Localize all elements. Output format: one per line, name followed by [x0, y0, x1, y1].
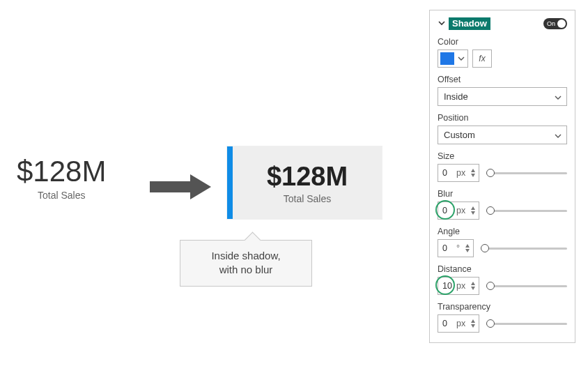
angle-value: 0	[442, 243, 452, 253]
spinner-down-icon[interactable]	[470, 286, 476, 291]
color-picker[interactable]	[438, 50, 468, 68]
card-before: $128M Total Sales	[17, 155, 106, 201]
transparency-value: 0	[442, 319, 452, 328]
shadow-toggle[interactable]: On	[543, 18, 567, 29]
distance-slider[interactable]	[486, 280, 567, 291]
svg-marker-3	[471, 169, 475, 172]
chevron-down-icon	[554, 93, 562, 102]
blur-unit: px	[456, 206, 465, 215]
position-label: Position	[438, 113, 567, 123]
canvas-area: $128M Total Sales $128M Total Sales Insi…	[0, 0, 425, 380]
transparency-input[interactable]: 0 px	[438, 314, 479, 333]
position-dropdown[interactable]: Custom	[438, 126, 567, 144]
chevron-down-icon[interactable]	[438, 19, 446, 29]
spinner-up-icon[interactable]	[470, 319, 476, 324]
svg-marker-4	[471, 174, 475, 177]
svg-marker-5	[471, 206, 475, 210]
size-label: Size	[438, 151, 567, 161]
card-after-label: Total Sales	[284, 193, 331, 204]
spinner-down-icon[interactable]	[465, 248, 470, 253]
size-unit: px	[456, 168, 465, 178]
svg-marker-6	[471, 211, 475, 215]
shadow-properties-pane: Shadow On Color fx Offset Inside Positio…	[429, 10, 575, 343]
spinner-down-icon[interactable]	[470, 324, 476, 328]
svg-marker-12	[471, 324, 475, 328]
blur-label: Blur	[438, 189, 567, 199]
highlight-circle-icon	[435, 200, 455, 220]
chevron-down-icon	[457, 54, 465, 63]
transparency-label: Transparency	[438, 302, 567, 312]
distance-input[interactable]: 10 px	[438, 277, 479, 295]
angle-unit: °	[456, 243, 460, 253]
position-value: Custom	[444, 130, 475, 140]
svg-marker-7	[465, 244, 470, 248]
toggle-label: On	[547, 20, 555, 27]
tooltip-line2: with no blur	[219, 264, 273, 275]
offset-value: Inside	[444, 91, 468, 102]
size-slider[interactable]	[486, 167, 567, 178]
distance-unit: px	[456, 281, 465, 291]
chevron-down-icon	[554, 132, 562, 140]
svg-marker-10	[471, 287, 475, 290]
angle-label: Angle	[438, 227, 567, 236]
spinner-up-icon[interactable]	[470, 206, 476, 211]
svg-marker-9	[471, 282, 475, 285]
spinner-up-icon[interactable]	[470, 281, 476, 286]
size-value: 0	[442, 168, 452, 178]
angle-input[interactable]: 0 °	[438, 239, 474, 257]
blur-input[interactable]: 0 px	[438, 202, 479, 220]
blur-slider[interactable]	[486, 205, 567, 216]
fx-button[interactable]: fx	[472, 50, 492, 68]
tooltip-line1: Inside shadow,	[211, 250, 280, 261]
spinner-down-icon[interactable]	[470, 173, 476, 178]
annotation-tooltip: Inside shadow, with no blur	[180, 240, 312, 287]
spinner-down-icon[interactable]	[470, 211, 476, 215]
color-swatch	[440, 52, 454, 65]
section-title: Shadow	[449, 17, 490, 30]
transparency-slider[interactable]	[486, 318, 567, 329]
distance-label: Distance	[438, 264, 567, 274]
svg-marker-0	[150, 174, 211, 199]
spinner-up-icon[interactable]	[470, 168, 476, 173]
size-input[interactable]: 0 px	[438, 164, 479, 182]
svg-marker-11	[471, 319, 475, 323]
card-before-label: Total Sales	[17, 190, 106, 201]
highlight-circle-icon	[435, 275, 455, 295]
offset-dropdown[interactable]: Inside	[438, 87, 567, 106]
card-before-value: $128M	[17, 155, 106, 188]
pane-header: Shadow On	[438, 17, 567, 30]
card-after: $128M Total Sales	[227, 146, 382, 219]
card-after-value: $128M	[267, 162, 348, 192]
spinner-up-icon[interactable]	[465, 243, 470, 248]
svg-marker-8	[465, 249, 470, 252]
angle-slider[interactable]	[481, 243, 567, 254]
offset-label: Offset	[438, 75, 567, 84]
color-label: Color	[438, 37, 567, 47]
arrow-icon	[150, 172, 212, 202]
transparency-unit: px	[456, 319, 465, 328]
